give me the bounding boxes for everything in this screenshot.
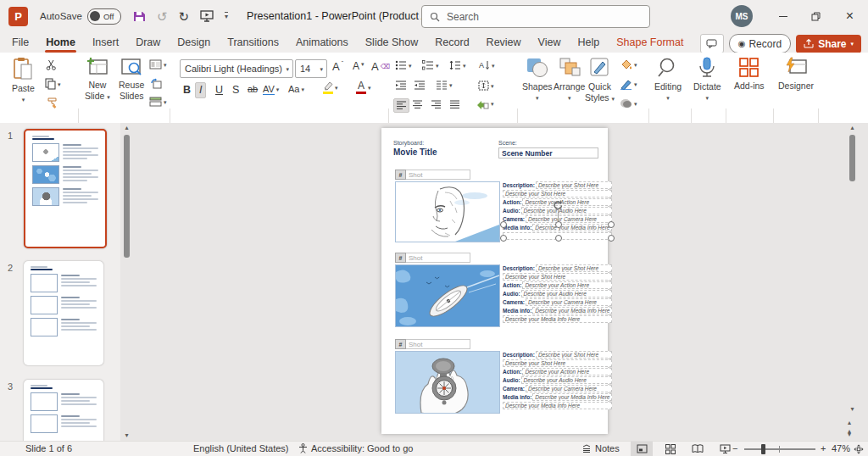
- zoom-slider-handle[interactable]: [761, 444, 765, 454]
- tab-draw[interactable]: Draw: [127, 34, 169, 51]
- font-name-select[interactable]: Calibri Light (Headings)▾: [180, 59, 293, 78]
- font-size-select[interactable]: 14▾: [295, 59, 327, 78]
- italic-button[interactable]: I: [195, 82, 206, 98]
- highlight-color-button[interactable]: ▾: [322, 81, 338, 94]
- fit-slide-button[interactable]: [848, 442, 868, 456]
- align-left-button[interactable]: [393, 98, 409, 113]
- save-icon[interactable]: [133, 10, 146, 23]
- tab-transitions[interactable]: Transitions: [219, 34, 287, 51]
- thumbnail-scrollbar[interactable]: ▴ ▾: [120, 125, 133, 439]
- audio-field[interactable]: Describe your Audio Here: [521, 376, 613, 384]
- description-field[interactable]: Describe your Shot Here: [536, 264, 613, 272]
- powerpoint-logo-icon[interactable]: P: [8, 7, 28, 26]
- numbering-button[interactable]: ▾: [422, 60, 439, 70]
- scroll-down-icon[interactable]: ▾: [125, 432, 128, 439]
- tab-file[interactable]: File: [3, 34, 37, 51]
- selection-handle[interactable]: [608, 221, 615, 228]
- section-button[interactable]: ▾: [149, 97, 167, 107]
- change-case-button[interactable]: Aa▾: [288, 84, 304, 94]
- font-color-button[interactable]: A▾: [356, 81, 371, 94]
- scroll-up-icon[interactable]: ▴: [850, 125, 854, 131]
- action-field[interactable]: Describe your Action Here: [522, 368, 612, 375]
- increase-indent-button[interactable]: [414, 81, 426, 90]
- slide-sorter-button[interactable]: [659, 442, 682, 456]
- tab-shape-format[interactable]: Shape Format: [608, 34, 692, 51]
- accessibility-status[interactable]: Accessibility: Good to go: [298, 443, 413, 453]
- scroll-up-icon[interactable]: ▴: [125, 125, 128, 131]
- shot-number-box[interactable]: #: [395, 339, 406, 349]
- undo-icon[interactable]: ↺: [157, 10, 168, 23]
- cut-button[interactable]: [46, 59, 57, 70]
- selected-textbox[interactable]: Media info:Describe your Media Info Here: [503, 224, 612, 240]
- redo-icon[interactable]: ↻: [178, 10, 189, 23]
- media-info-field[interactable]: Describe your Media Info Here: [532, 224, 612, 231]
- restore-button[interactable]: [800, 0, 832, 32]
- tab-record[interactable]: Record: [426, 34, 477, 51]
- tab-animations[interactable]: Animations: [287, 34, 357, 51]
- shape-effects-button[interactable]: ▾: [620, 98, 637, 108]
- main-scrollbar[interactable]: ▴ ▾: [846, 125, 859, 413]
- selection-handle[interactable]: [500, 221, 507, 228]
- shape-fill-button[interactable]: ▾: [620, 59, 637, 70]
- shot-title-box[interactable]: Shot: [406, 253, 470, 263]
- reading-view-button[interactable]: [687, 442, 709, 456]
- paste-button[interactable]: Paste▾: [12, 57, 35, 103]
- main-scrollbar-thumb[interactable]: [849, 135, 855, 181]
- add-ins-button[interactable]: Add-ins: [734, 57, 765, 92]
- smartart-button[interactable]: ▾: [476, 98, 494, 109]
- quick-styles-button[interactable]: QuickStyles ▾: [585, 57, 615, 103]
- description-field-2[interactable]: Describe your Shot Here: [503, 359, 612, 367]
- reuse-slides-button[interactable]: ReuseSlides: [119, 57, 144, 101]
- movie-title-text[interactable]: Movie Title: [393, 147, 437, 157]
- tab-view[interactable]: View: [530, 34, 570, 51]
- decrease-indent-button[interactable]: [395, 81, 407, 90]
- slide-thumbnail-3[interactable]: [24, 380, 103, 441]
- new-slide-button[interactable]: NewSlide ▾: [85, 57, 110, 101]
- description-field[interactable]: Describe your Shot Here: [536, 181, 613, 189]
- tab-slide-show[interactable]: Slide Show: [357, 34, 427, 51]
- selection-handle[interactable]: [500, 235, 507, 242]
- shot-1-image[interactable]: [395, 181, 500, 242]
- align-text-button[interactable]: ▾: [478, 81, 494, 91]
- language-indicator[interactable]: English (United States): [193, 443, 289, 453]
- line-spacing-button[interactable]: ▾: [449, 60, 466, 70]
- slide-thumbnail-1[interactable]: [24, 129, 107, 248]
- next-slide-button[interactable]: ▾▾: [848, 430, 851, 441]
- camera-field[interactable]: Describe your Camera Here: [526, 215, 612, 223]
- scene-number-box[interactable]: Scene Number: [498, 147, 598, 158]
- bullets-button[interactable]: ▾: [395, 60, 412, 70]
- editing-button[interactable]: Editing▾: [654, 57, 682, 101]
- layout-button[interactable]: ▾: [149, 59, 167, 70]
- normal-view-button[interactable]: [631, 442, 653, 456]
- description-field[interactable]: Describe your Shot Here: [536, 351, 613, 359]
- clear-formatting-button[interactable]: A⌫: [371, 60, 390, 73]
- align-right-button[interactable]: [431, 100, 442, 109]
- start-slideshow-icon[interactable]: [200, 10, 214, 22]
- scroll-down-icon[interactable]: ▾: [850, 406, 854, 413]
- reset-button[interactable]: [150, 78, 162, 89]
- close-button[interactable]: ×: [834, 0, 865, 32]
- shot-number-box[interactable]: #: [395, 170, 406, 180]
- description-field-2[interactable]: Describe your Shot Here: [503, 273, 612, 281]
- zoom-in-button[interactable]: +: [821, 443, 826, 453]
- shot-3-image[interactable]: [395, 351, 500, 414]
- media-info-field[interactable]: Describe your Media Info Here: [532, 393, 612, 401]
- audio-field[interactable]: Describe your Audio Here: [521, 290, 613, 298]
- minimize-button[interactable]: [767, 0, 798, 32]
- shot-title-box[interactable]: Shot: [406, 339, 470, 349]
- tab-help[interactable]: Help: [569, 34, 608, 51]
- shot-title-box[interactable]: Shot: [406, 170, 470, 180]
- decrease-font-button[interactable]: A▾: [353, 60, 364, 72]
- strikethrough-button[interactable]: ab: [244, 83, 261, 96]
- shot-2-image[interactable]: [395, 264, 500, 327]
- customize-qat-icon[interactable]: ▾: [225, 12, 228, 20]
- underline-button[interactable]: U: [212, 83, 226, 97]
- shot-number-box[interactable]: #: [395, 253, 406, 263]
- slide-canvas[interactable]: Storyboard: Movie Title Scene: Scene Num…: [381, 128, 608, 434]
- shape-outline-button[interactable]: ▾: [620, 79, 637, 90]
- shadow-button[interactable]: S: [229, 83, 242, 97]
- format-painter-button[interactable]: [47, 97, 58, 108]
- increase-font-button[interactable]: Aˆ: [332, 60, 343, 73]
- arrange-button[interactable]: Arrange▾: [554, 57, 585, 101]
- copy-button[interactable]: ▾: [45, 78, 61, 90]
